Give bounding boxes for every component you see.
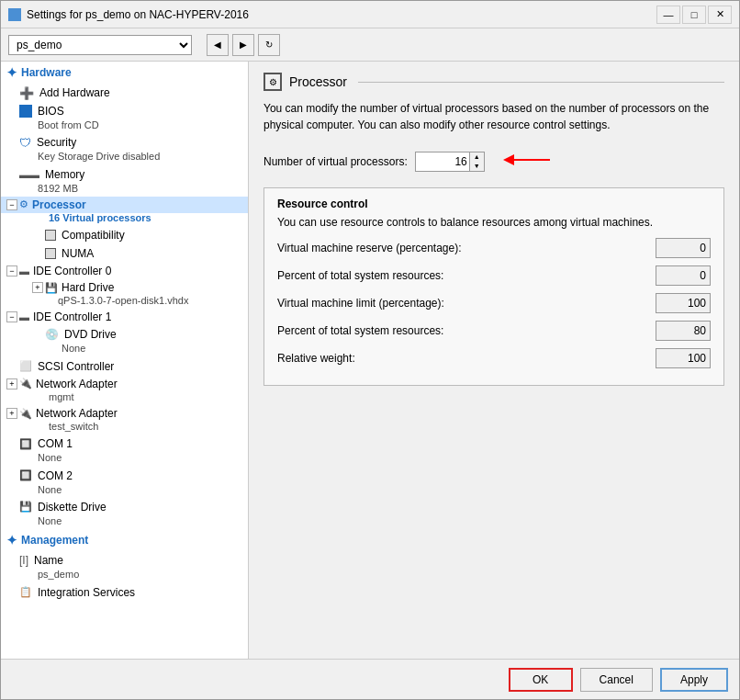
scsi-label: SCSI Controller (38, 360, 114, 373)
harddrive-label: Hard Drive (62, 281, 114, 294)
vm-reserve-input[interactable] (656, 238, 711, 258)
compatibility-icon (45, 230, 56, 241)
ok-button[interactable]: OK (509, 668, 573, 692)
right-panel: ⚙ Processor You can modify the number of… (249, 62, 739, 659)
dvd-icon: 💿 (45, 328, 59, 341)
integration-icon: 📋 (19, 586, 32, 598)
sidebar-item-name[interactable]: [I] Name (1, 551, 248, 570)
dvd-sub: None (1, 342, 248, 355)
ide0-label: IDE Controller 0 (33, 265, 111, 277)
sidebar-item-diskette[interactable]: 💾 Diskette Drive (1, 498, 248, 516)
add-hardware-icon: ➕ (19, 86, 34, 100)
add-hardware-label: Add Hardware (39, 86, 110, 99)
bottom-bar: OK Cancel Apply (1, 659, 739, 699)
network2-sub: test_switch (1, 420, 248, 433)
hardware-star-icon: ✦ (6, 65, 17, 80)
resource-control-desc: You can use resource controls to balance… (277, 216, 711, 229)
processor-label: Processor (32, 198, 86, 211)
panel-title: Processor (289, 74, 347, 89)
sidebar-item-compatibility[interactable]: Compatibility (1, 226, 248, 244)
vp-label: Number of virtual processors: (263, 155, 408, 168)
relative-weight-row: Relative weight: (277, 348, 711, 368)
panel-description: You can modify the number of virtual pro… (263, 100, 724, 133)
com2-icon: 🔲 (19, 469, 32, 481)
com1-sub: None (1, 451, 248, 464)
percent-limit-row: Percent of total system resources: (277, 321, 711, 341)
network1-icon: 🔌 (19, 378, 32, 390)
sidebar-item-ide0-row[interactable]: − ▬ IDE Controller 0 (1, 263, 248, 279)
sidebar-item-com1[interactable]: 🔲 COM 1 (1, 435, 248, 453)
ide0-toggle[interactable]: − (6, 265, 17, 277)
window-title: Settings for ps_demo on NAC-HYPERV-2016 (27, 8, 249, 21)
dvd-label: DVD Drive (64, 328, 117, 341)
network2-icon: 🔌 (19, 408, 32, 420)
resource-control-title: Resource control (277, 198, 711, 210)
maximize-button[interactable]: □ (682, 6, 706, 24)
bios-sub: Boot from CD (1, 119, 248, 131)
sidebar-item-ide1-row[interactable]: − ▬ IDE Controller 1 (1, 309, 248, 325)
diskette-label: Diskette Drive (38, 501, 107, 514)
relative-weight-input[interactable] (656, 348, 711, 368)
management-star-icon: ✦ (6, 533, 17, 548)
name-sub: ps_demo (1, 568, 248, 581)
titlebar: Settings for ps_demo on NAC-HYPERV-2016 … (1, 1, 739, 28)
red-arrow-svg (499, 146, 555, 174)
toolbar: ps_demo ◀ ▶ ↻ (1, 28, 739, 62)
network1-toggle[interactable]: + (6, 378, 17, 390)
hardware-section: ✦ Hardware (1, 62, 248, 84)
network2-toggle[interactable]: + (6, 408, 17, 419)
management-label: Management (21, 534, 88, 547)
back-button[interactable]: ◀ (207, 34, 229, 56)
vp-input[interactable] (415, 152, 470, 172)
vm-reserve-label: Virtual machine reserve (percentage): (277, 242, 656, 254)
vm-dropdown[interactable]: ps_demo (8, 35, 192, 55)
sidebar: ✦ Hardware ➕ Add Hardware BIOS Boot from… (1, 62, 249, 659)
management-section: ✦ Management (1, 529, 248, 551)
security-icon: 🛡 (19, 136, 31, 150)
percent-reserve-row: Percent of total system resources: (277, 265, 711, 286)
sidebar-item-dvd[interactable]: 💿 DVD Drive (1, 325, 248, 344)
network2-label: Network Adapter (36, 407, 118, 420)
titlebar-left: Settings for ps_demo on NAC-HYPERV-2016 (8, 8, 249, 21)
sidebar-item-memory[interactable]: ▬▬ Memory (1, 165, 248, 184)
vp-up-button[interactable]: ▲ (470, 152, 484, 162)
relative-weight-label: Relative weight: (277, 352, 656, 365)
minimize-button[interactable]: — (656, 6, 680, 24)
percent-reserve-label: Percent of total system resources: (277, 269, 656, 282)
memory-sub: 8192 MB (1, 182, 248, 195)
main-content: ✦ Hardware ➕ Add Hardware BIOS Boot from… (1, 62, 739, 659)
sidebar-item-scsi[interactable]: ⬜ SCSI Controller (1, 357, 248, 376)
sidebar-item-numa[interactable]: NUMA (1, 244, 248, 263)
cancel-button[interactable]: Cancel (580, 668, 653, 692)
percent-reserve-input[interactable] (656, 265, 711, 286)
processor-sub: 16 Virtual processors (1, 211, 248, 224)
panel-divider (358, 82, 724, 83)
memory-label: Memory (45, 168, 84, 181)
vm-limit-input[interactable] (656, 293, 711, 313)
vp-down-button[interactable]: ▼ (470, 162, 484, 171)
close-button[interactable]: ✕ (708, 6, 732, 24)
sidebar-item-com2[interactable]: 🔲 COM 2 (1, 467, 248, 485)
apply-button[interactable]: Apply (660, 668, 728, 692)
processor-toggle[interactable]: − (6, 199, 17, 210)
sidebar-item-security[interactable]: 🛡 Security (1, 133, 248, 152)
forward-button[interactable]: ▶ (232, 34, 254, 56)
integration-label: Integration Services (38, 586, 135, 599)
percent-limit-input[interactable] (656, 321, 711, 341)
scsi-icon: ⬜ (19, 360, 32, 372)
sidebar-item-add-hardware[interactable]: ➕ Add Hardware (1, 84, 248, 102)
resource-control-box: Resource control You can use resource co… (263, 187, 724, 386)
vp-spinner: ▲ ▼ (415, 152, 485, 172)
com2-sub: None (1, 483, 248, 496)
ide1-label: IDE Controller 1 (33, 310, 111, 323)
sidebar-item-integration[interactable]: 📋 Integration Services (1, 583, 248, 602)
com1-label: COM 1 (38, 437, 73, 450)
refresh-button[interactable]: ↻ (258, 34, 280, 56)
harddrive-toggle[interactable]: + (32, 282, 43, 293)
percent-limit-label: Percent of total system resources: (277, 324, 656, 337)
sidebar-item-bios[interactable]: BIOS (1, 102, 248, 120)
harddrive-icon: 💾 (45, 282, 58, 294)
diskette-icon: 💾 (19, 501, 32, 513)
ide1-toggle[interactable]: − (6, 311, 17, 322)
com1-icon: 🔲 (19, 438, 32, 450)
